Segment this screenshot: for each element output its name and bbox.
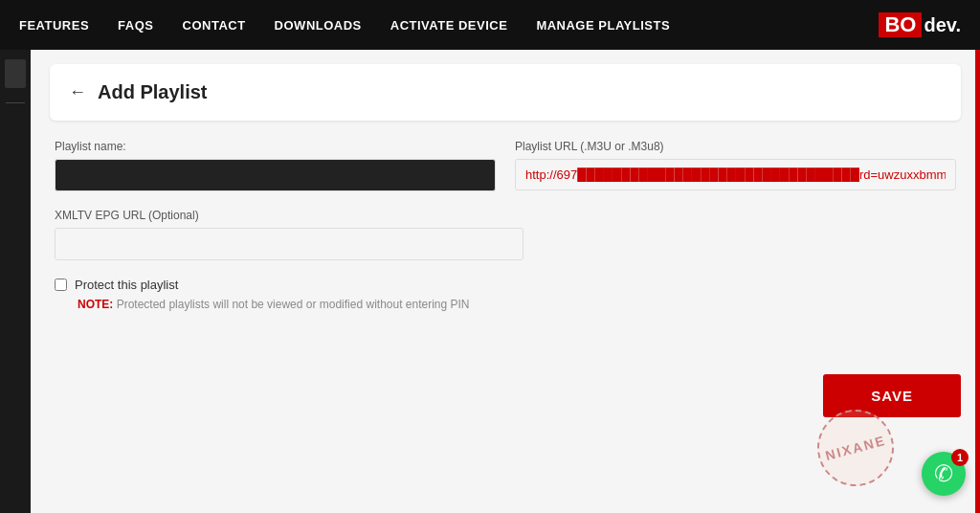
form-section: Playlist name: Playlist URL (.M3U or .M3… <box>50 140 961 311</box>
logo-box: BO <box>879 12 922 37</box>
stamp-circle: NIXANE <box>809 401 902 495</box>
playlist-name-group: Playlist name: <box>55 140 496 191</box>
protect-checkbox[interactable] <box>55 279 67 291</box>
whatsapp-badge: 1 <box>951 449 969 466</box>
stamp-text: NIXANE <box>824 433 888 463</box>
note-content: Protected playlists will not be viewed o… <box>113 298 469 311</box>
nav-features[interactable]: FEATURES <box>19 18 89 33</box>
xmltv-input[interactable] <box>55 228 523 260</box>
nav-links: FEATURES FAQS CONTACT DOWNLOADS ACTIVATE… <box>19 18 670 33</box>
nav-activate-device[interactable]: ACTIVATE DEVICE <box>390 18 508 33</box>
protect-note: NOTE: Protected playlists will not be vi… <box>78 298 956 311</box>
navbar: FEATURES FAQS CONTACT DOWNLOADS ACTIVATE… <box>0 0 980 50</box>
playlist-name-input[interactable] <box>55 159 496 191</box>
form-row-1: Playlist name: Playlist URL (.M3U or .M3… <box>55 140 956 191</box>
playlist-url-group: Playlist URL (.M3U or .M3u8) <box>515 140 956 191</box>
back-button[interactable]: ← <box>69 82 86 102</box>
sidebar-divider <box>6 102 25 103</box>
form-row-2: XMLTV EPG URL (Optional) <box>55 209 523 260</box>
whatsapp-button[interactable]: ✆ 1 <box>922 452 966 496</box>
nav-faqs[interactable]: FAQS <box>118 18 153 33</box>
logo: BO dev. <box>879 12 961 37</box>
right-accent <box>975 50 980 513</box>
logo-text: dev. <box>924 14 961 36</box>
playlist-name-label: Playlist name: <box>55 140 496 153</box>
nav-manage-playlists[interactable]: MANAGE PLAYLISTS <box>536 18 670 33</box>
stamp: NIXANE <box>817 410 894 486</box>
nav-downloads[interactable]: DOWNLOADS <box>275 18 362 33</box>
header-card: ← Add Playlist <box>50 64 961 121</box>
main-content: ← Add Playlist Playlist name: Playlist U… <box>31 50 980 513</box>
xmltv-group: XMLTV EPG URL (Optional) <box>55 209 523 260</box>
protect-label: Protect this playlist <box>75 278 178 292</box>
page-title: Add Playlist <box>98 81 207 103</box>
nav-contact[interactable]: CONTACT <box>183 18 246 33</box>
sidebar <box>0 50 31 513</box>
xmltv-label: XMLTV EPG URL (Optional) <box>55 209 523 222</box>
sidebar-thumb <box>5 59 26 88</box>
playlist-url-label: Playlist URL (.M3U or .M3u8) <box>515 140 956 153</box>
whatsapp-icon: ✆ <box>934 460 953 487</box>
protect-checkbox-row: Protect this playlist <box>55 278 956 292</box>
note-bold: NOTE: <box>78 298 113 311</box>
playlist-url-input[interactable] <box>515 159 956 190</box>
